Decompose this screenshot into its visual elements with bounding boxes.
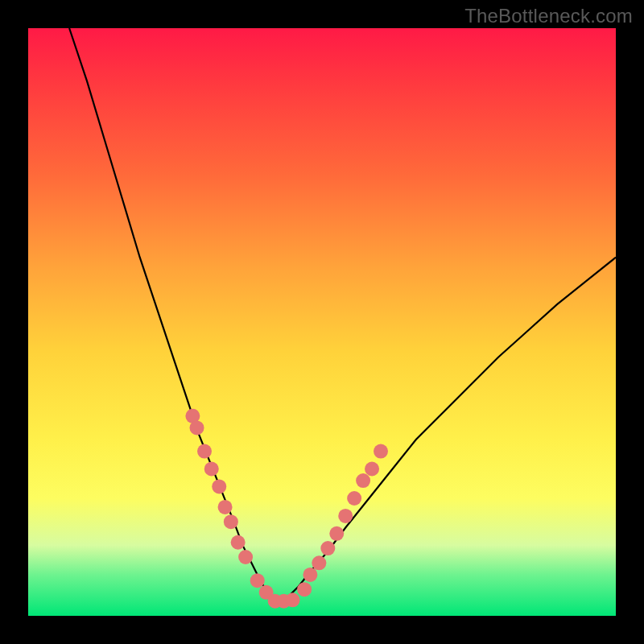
watermark-text: TheBottleneck.com [464,5,633,27]
data-marker [197,444,212,459]
data-marker [374,444,388,459]
data-marker [329,526,344,541]
curve-left [69,28,278,604]
data-marker [347,491,361,506]
data-marker [286,592,300,607]
data-marker [204,462,219,477]
data-marker [312,555,326,570]
data-marker [231,535,246,550]
data-marker [356,473,370,488]
data-marker [365,462,379,477]
marker-group [185,409,388,609]
data-marker [218,500,233,514]
plot-area [28,28,616,616]
data-marker [303,568,317,582]
data-marker [212,479,226,493]
chart-frame: TheBottleneck.com [0,0,644,644]
data-marker [320,541,335,555]
data-marker [250,573,265,588]
data-marker [190,420,204,435]
chart-svg [28,28,616,616]
data-marker [238,550,253,564]
data-marker [338,509,353,523]
data-marker [224,514,238,529]
data-marker [297,582,312,597]
